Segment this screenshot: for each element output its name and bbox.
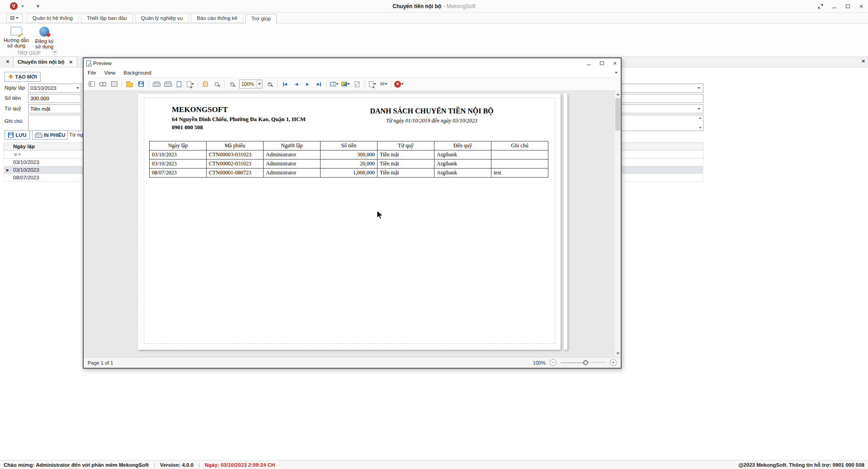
document-tab[interactable]: Chuyển tiền nội bộ ✕ (13, 56, 77, 67)
preview-title-bar[interactable]: Preview ✕ (84, 58, 621, 68)
print-voucher-button[interactable]: IN PHIẾU (32, 130, 68, 140)
next-page-button[interactable]: ▶ (302, 79, 313, 89)
menu-overflow-icon[interactable] (615, 72, 618, 74)
chevron-down-icon[interactable] (385, 83, 387, 85)
note-field[interactable] (28, 115, 81, 131)
note-input[interactable] (30, 115, 79, 131)
chevron-down-icon[interactable] (76, 87, 79, 89)
menu-file[interactable]: File (84, 70, 100, 75)
zoom-dropdown-button[interactable] (256, 80, 262, 88)
save-icon (8, 132, 14, 138)
quick-access-customize-icon[interactable] (36, 5, 40, 8)
zoom-value: 100% (240, 81, 256, 87)
filter-caret-icon[interactable] (18, 154, 21, 155)
open-button[interactable] (124, 79, 135, 89)
menu-background[interactable]: Background (119, 70, 155, 75)
ribbon-tab-operations[interactable]: Quản lý nghiệp vụ (135, 14, 189, 23)
close-all-tabs-icon[interactable]: ✕ (3, 58, 12, 66)
panel-close-icon[interactable]: ✕ (862, 59, 865, 64)
grid-cell: 08/07/2023 (4, 175, 39, 180)
customize-grid-button[interactable] (109, 79, 119, 89)
filter-operator[interactable]: = (4, 152, 17, 157)
scroll-down-icon[interactable] (616, 352, 620, 355)
date-combobox[interactable]: 03/10/2023 (28, 84, 81, 93)
magnifier-button[interactable] (212, 79, 222, 89)
ribbon-tab-setup[interactable]: Thiết lập ban đầu (81, 14, 133, 23)
scroll-up-icon[interactable] (616, 93, 620, 95)
first-page-button[interactable]: ◀ (280, 79, 290, 89)
page-background-button[interactable] (340, 79, 351, 89)
previous-page-button[interactable]: ◀ (291, 79, 302, 89)
preview-viewport[interactable]: MEKONGSOFT 64 Nguyễn Đình Chiểu, Phường … (84, 91, 621, 357)
save-button[interactable]: LƯU (5, 130, 30, 140)
ribbon-tab-system[interactable]: Quản trị hệ thống (27, 14, 79, 23)
chevron-down-icon[interactable] (698, 108, 700, 110)
grid-header-label: Ngày lập (4, 144, 35, 149)
preview-minimize-icon[interactable] (585, 60, 592, 66)
note-label: Ghi chú (5, 118, 23, 124)
spin-down-icon[interactable] (699, 127, 702, 129)
user-guide-button[interactable]: Hướng dẫn sử dụng (3, 25, 30, 52)
register-button[interactable]: Đăng ký sử dụng (31, 25, 58, 52)
search-button[interactable] (98, 79, 108, 89)
scrollbar-thumb[interactable] (615, 98, 620, 131)
search-icon (99, 82, 106, 86)
group-dialog-launcher-icon[interactable] (52, 49, 57, 55)
create-new-button[interactable]: ✚ TẠO MỚI (5, 72, 41, 82)
document-tab-close-icon[interactable]: ✕ (69, 60, 73, 65)
maximize-icon[interactable] (844, 3, 851, 9)
save-report-button[interactable] (136, 79, 146, 89)
fund-field[interactable] (28, 104, 81, 113)
zoom-in-button[interactable]: + (264, 79, 275, 89)
menu-view[interactable]: View (100, 70, 120, 75)
zoom-slider[interactable] (561, 360, 606, 366)
chevron-down-icon[interactable] (336, 83, 339, 85)
next-page-edge (564, 94, 567, 350)
scale-button[interactable] (185, 79, 195, 89)
email-icon: ✉ (380, 81, 384, 87)
amount-input[interactable] (30, 96, 79, 101)
chevron-down-icon[interactable] (698, 87, 700, 89)
zoom-slider-knob[interactable] (583, 360, 588, 365)
preview-maximize-icon[interactable] (599, 60, 605, 66)
chevron-down-icon[interactable] (373, 83, 376, 85)
minimize-icon[interactable] (831, 3, 837, 9)
amount-label: Số tiền (5, 95, 21, 101)
preview-toolbar: − 100% + ◀ ◀ ▶ ▶ ✉ ✕ (84, 78, 621, 91)
print-button[interactable] (151, 79, 161, 89)
chevron-down-icon[interactable] (347, 83, 350, 85)
last-page-button[interactable]: ▶ (314, 79, 324, 89)
ribbon-tab-reports[interactable]: Báo cáo thống kê (191, 14, 243, 23)
zoom-plus-button[interactable]: + (610, 359, 617, 366)
preview-scrollbar[interactable] (614, 91, 621, 357)
fullscreen-icon[interactable] (817, 3, 824, 9)
separator: | (154, 462, 155, 468)
logo-caret-icon[interactable] (21, 5, 24, 7)
close-icon[interactable]: ✕ (858, 3, 864, 9)
fund-input[interactable] (30, 106, 79, 112)
zoom-minus-button[interactable]: − (550, 359, 557, 366)
watermark-button[interactable] (352, 79, 362, 89)
preview-close-icon[interactable]: ✕ (612, 60, 618, 66)
ribbon-app-button[interactable] (6, 14, 23, 23)
zoom-combobox[interactable]: 100% (239, 80, 263, 89)
chevron-down-icon[interactable] (191, 83, 194, 85)
exit-preview-button[interactable]: ✕ (394, 79, 404, 89)
title-bar: V Chuyển tiền nội bộ- MekongSoft ✕ (0, 0, 868, 13)
watermark-icon (355, 81, 359, 87)
spin-up-icon[interactable] (699, 117, 702, 119)
page-setup-button[interactable] (174, 79, 184, 89)
col-date: Ngày lập (150, 141, 207, 150)
send-email-button[interactable]: ✉ (378, 79, 389, 89)
quick-print-button[interactable] (162, 79, 173, 89)
export-button[interactable] (367, 79, 377, 89)
ribbon-tab-help[interactable]: Trợ giúp (245, 14, 277, 23)
amount-field[interactable] (28, 94, 81, 103)
background-color-icon (341, 82, 347, 86)
document-map-button[interactable] (86, 79, 97, 89)
zoom-out-button[interactable]: − (227, 79, 237, 89)
chevron-down-icon[interactable] (401, 83, 404, 85)
hand-tool-button[interactable] (200, 79, 211, 89)
multipage-view-button[interactable] (329, 79, 340, 89)
page-margin-guide (144, 98, 555, 344)
